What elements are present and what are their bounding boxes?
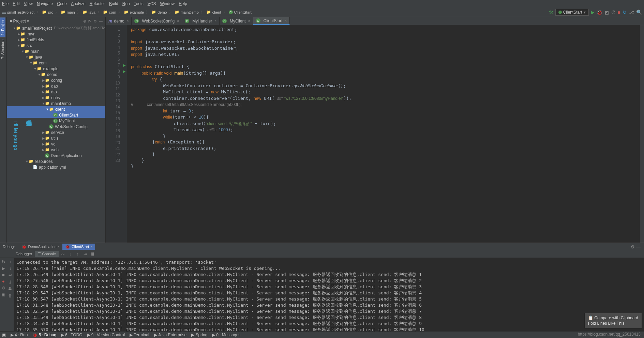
up-icon[interactable]: ↑ <box>9 259 11 264</box>
tool-windows-icon[interactable]: ▣ <box>2 333 6 337</box>
status-version-control[interactable]: ▶ 9: Version Control <box>87 333 125 337</box>
tree-item-resources[interactable]: ▼📁resources <box>7 158 105 164</box>
tree-item-myclient[interactable]: CMyClient <box>7 118 105 124</box>
status-todo[interactable]: ▶ 6: TODO <box>61 333 83 337</box>
tree-item-application.yml[interactable]: 📄application.yml <box>7 164 105 170</box>
tab-clientstart[interactable]: CClientStart× <box>253 17 290 25</box>
tree-item-dao[interactable]: ▶📁dao <box>7 83 105 89</box>
tab-myclient[interactable]: CMyClient× <box>220 17 253 25</box>
soft-wrap-icon[interactable]: ↩ <box>9 273 12 278</box>
hammer-icon[interactable]: ⚒ <box>549 10 553 15</box>
breadcrumb-clientstart[interactable]: CClientStart <box>229 10 252 14</box>
project-tree[interactable]: ▼📁smallTestProjectE:\workplace\学习资料\smal… <box>7 25 105 243</box>
hide-icon[interactable]: — <box>99 19 103 23</box>
menu-vcs[interactable]: VCS <box>148 1 156 6</box>
status-terminal[interactable]: ▶ Terminal <box>130 333 149 337</box>
gear-icon[interactable]: ⚙ <box>93 19 97 24</box>
tree-item-web[interactable]: ▶📁web <box>7 147 105 153</box>
stop-debug-icon[interactable]: ■ <box>2 272 5 277</box>
menu-navigate[interactable]: Navigate <box>37 1 53 6</box>
stop-icon[interactable]: ■ <box>618 10 620 15</box>
tree-item-.mvn[interactable]: ▶📁.mvn <box>7 31 105 37</box>
tree-item-config[interactable]: ▶📁config <box>7 77 105 83</box>
tree-item-client[interactable]: ▼📁client <box>7 106 105 112</box>
menu-help[interactable]: Help <box>179 1 187 6</box>
git-branch-icon[interactable]: ⎇ <box>629 10 634 15</box>
menu-view[interactable]: View <box>24 1 33 6</box>
breadcrumb-example[interactable]: 📁example <box>124 10 144 14</box>
down-icon[interactable]: ↓ <box>9 266 11 271</box>
breadcrumb-smalltestproject[interactable]: ▬smallTestProject <box>2 10 34 14</box>
layout-icon[interactable]: ▣ <box>1 292 5 297</box>
tab-myhandler[interactable]: CMyHandler× <box>182 17 220 25</box>
project-tool-tab[interactable]: 1: Project <box>0 17 5 37</box>
evaluate-icon[interactable]: 🖩 <box>89 252 96 257</box>
debug-sub-console[interactable]: ☰ Console <box>35 251 58 257</box>
menu-build[interactable]: Build <box>109 1 118 6</box>
tree-item-com[interactable]: ▼📁com <box>7 60 105 66</box>
tree-item-demo[interactable]: ▼📁demo <box>7 72 105 77</box>
clear-icon[interactable]: 🗑 <box>8 293 12 298</box>
tab-demo[interactable]: mdemo× <box>106 17 132 25</box>
tree-item-src[interactable]: ▼📁src <box>7 43 105 48</box>
breadcrumb-client[interactable]: 📁client <box>206 10 221 14</box>
menu-analyze[interactable]: Analyze <box>71 1 86 6</box>
breadcrumb-src[interactable]: 📁src <box>42 10 53 14</box>
step-out-icon[interactable]: ↑ <box>74 252 81 257</box>
menu-code[interactable]: Code <box>57 1 67 6</box>
breadcrumb-java[interactable]: 📁java <box>83 10 95 14</box>
tree-item-entry[interactable]: ▶📁entry <box>7 95 105 101</box>
status-debug[interactable]: 🐞 5: Debug <box>32 333 56 337</box>
print-icon[interactable]: 🖶 <box>8 287 12 291</box>
run-config-select[interactable]: ClientStart ▾ <box>555 9 589 16</box>
editor-scrollbar[interactable] <box>640 25 644 243</box>
status-run[interactable]: ▶ 4: Run <box>11 333 28 337</box>
tree-item-utils[interactable]: ▶📁utils <box>7 135 105 141</box>
tree-item-demoapplication[interactable]: CDemoApplication <box>7 153 105 158</box>
breadcrumb-demo[interactable]: 📁demo <box>151 10 167 14</box>
debug-tab-demoapplication[interactable]: 🐞DemoApplication × <box>19 244 62 250</box>
debug-icon[interactable]: 🐞 <box>597 10 602 15</box>
menu-refactor[interactable]: Refactor <box>90 1 105 6</box>
status-messages[interactable]: ▶ 0: Messages <box>212 333 240 337</box>
tree-item-service[interactable]: ▶📁service <box>7 129 105 135</box>
menu-run[interactable]: Run <box>122 1 130 6</box>
step-over-icon[interactable]: ⤼ <box>59 252 66 257</box>
mute-bp-icon[interactable]: ⊘ <box>2 285 5 290</box>
tree-item-websocketconfig[interactable]: CWebSocketConfig <box>7 124 105 129</box>
debug-gear-icon[interactable]: ⚙ — <box>631 244 641 249</box>
hint-popup[interactable]: 📋 Compare with Clipboard Fold Lines Like… <box>584 313 642 328</box>
step-into-icon[interactable]: ↓ <box>67 252 74 257</box>
tree-item-vo[interactable]: ▶📁vo <box>7 141 105 147</box>
breadcrumb-com[interactable]: 📁com <box>103 10 116 14</box>
debug-sub-debugger[interactable]: Debugger <box>13 251 35 257</box>
tree-item-java[interactable]: ▼📁java <box>7 54 105 60</box>
collapse-icon[interactable]: ⊕ <box>83 19 86 24</box>
coverage-icon[interactable]: ◩ <box>604 10 609 15</box>
tree-item-smalltestproject[interactable]: ▼📁smallTestProjectE:\workplace\学习资料\smal… <box>7 25 105 31</box>
resume-icon[interactable]: ▶ <box>2 266 5 271</box>
menu-edit[interactable]: Edit <box>13 1 20 6</box>
status-spring[interactable]: ▶ Spring <box>191 333 207 337</box>
run-to-cursor-icon[interactable]: ⇥ <box>82 252 89 257</box>
scroll-from-icon[interactable]: ⇱ <box>88 19 91 24</box>
code-editor[interactable]: package com.example.demo.mainDemo.client… <box>127 25 640 243</box>
breadcrumb-main[interactable]: 📁main <box>61 10 75 14</box>
breadcrumb-maindemo[interactable]: 📁mainDemo <box>175 10 199 14</box>
profile-icon[interactable]: ⏱ <box>611 10 616 15</box>
tree-item-main[interactable]: ▼📁main <box>7 48 105 54</box>
debug-tab-clientstart[interactable]: 🐞ClientStart × <box>62 244 95 250</box>
menu-file[interactable]: File <box>2 1 9 6</box>
structure-tool-tab[interactable]: 7: Structure <box>0 37 5 61</box>
tree-item-dto[interactable]: ▶📁dto <box>7 89 105 95</box>
tree-item-maindemo[interactable]: ▼📁mainDemo <box>7 101 105 106</box>
tree-item-clientstart[interactable]: CClientStart <box>7 112 105 118</box>
console-output[interactable]: Connected to the target VM, address: '12… <box>14 258 644 331</box>
menu-tools[interactable]: Tools <box>134 1 144 6</box>
run-icon[interactable]: ▶ <box>591 10 595 15</box>
rerun-icon[interactable]: ↻ <box>2 259 5 264</box>
tree-item-findfields[interactable]: ▶📁findFields <box>7 37 105 43</box>
update-icon[interactable]: ↻ <box>623 10 627 15</box>
scroll-end-icon[interactable]: ⤓ <box>9 280 12 285</box>
menu-window[interactable]: Window <box>160 1 175 6</box>
